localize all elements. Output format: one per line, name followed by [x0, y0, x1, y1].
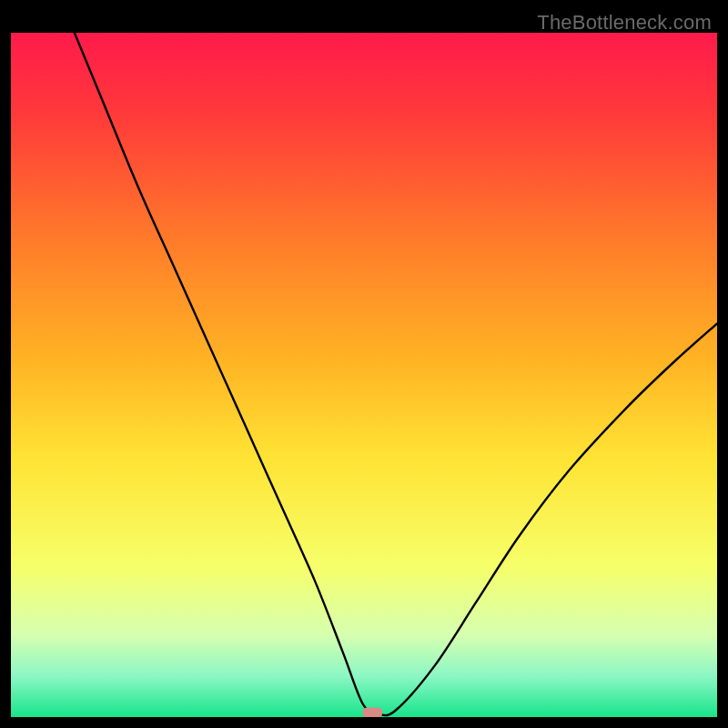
watermark-text: TheBottleneck.com — [537, 11, 712, 35]
bottleneck-chart — [11, 33, 717, 717]
plot-area — [11, 33, 717, 717]
min-marker — [362, 708, 382, 718]
chart-frame: TheBottleneck.com — [11, 11, 717, 717]
